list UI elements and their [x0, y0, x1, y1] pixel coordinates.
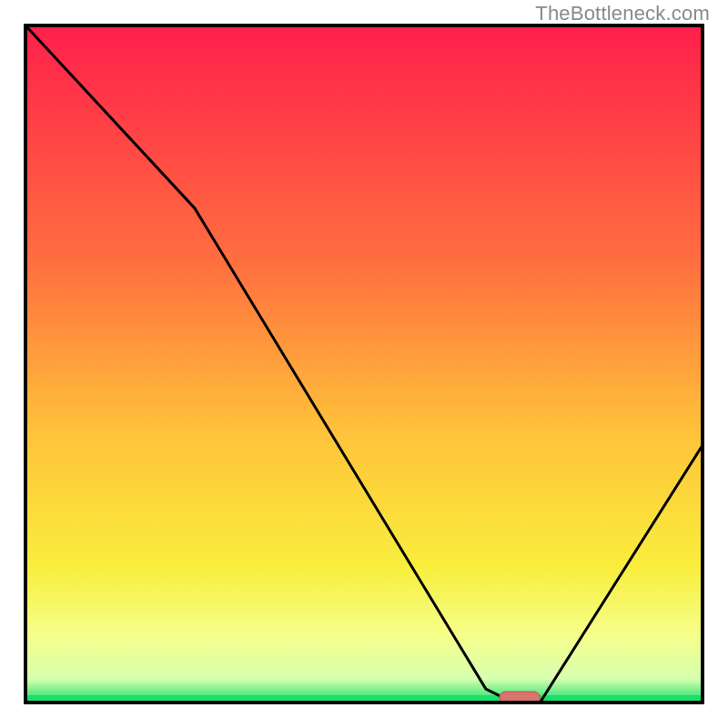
- gradient-background: [25, 25, 703, 703]
- bottleneck-chart: [0, 0, 728, 728]
- watermark-text: TheBottleneck.com: [535, 2, 710, 25]
